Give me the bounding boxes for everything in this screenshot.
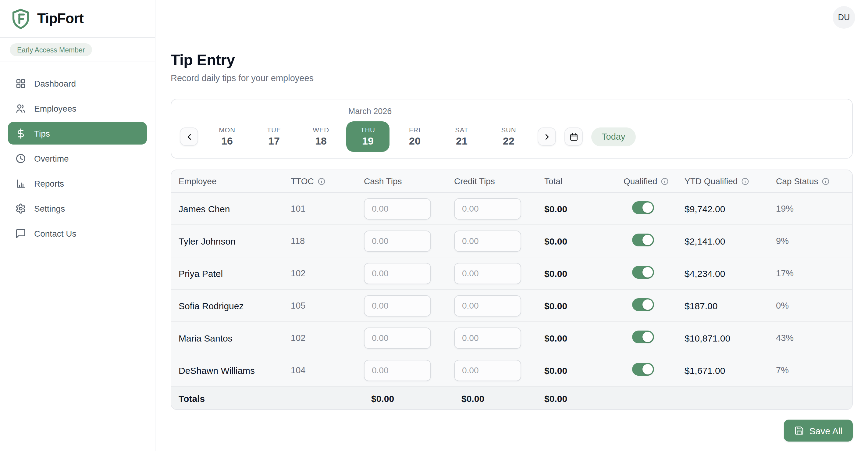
- page-subtitle: Record daily tips for your employees: [171, 73, 853, 83]
- employee-name: James Chen: [171, 203, 283, 214]
- day-button-fri-20[interactable]: FRI 20: [393, 121, 436, 152]
- brand-name: TipFort: [37, 10, 84, 27]
- sidebar-item-label: Dashboard: [34, 78, 76, 88]
- header-employee: Employee: [171, 176, 283, 186]
- sidebar-item-label: Tips: [34, 128, 50, 138]
- employee-name: Tyler Johnson: [171, 236, 283, 246]
- day-button-wed-18[interactable]: WED 18: [299, 121, 343, 152]
- totals-label: Totals: [171, 393, 283, 403]
- ttoc-value: 118: [283, 236, 356, 246]
- contact-icon: [15, 228, 26, 239]
- table-row: Sofia Rodriguez 105 $0.00 $187.00 0%: [171, 290, 852, 322]
- credit-tips-input[interactable]: [454, 230, 521, 251]
- cash-tips-input[interactable]: [364, 263, 431, 284]
- ttoc-value: 104: [283, 365, 356, 375]
- cash-tips-input[interactable]: [364, 295, 431, 316]
- cash-tips-input[interactable]: [364, 360, 431, 381]
- sidebar: TipFort Early Access Member Dashboard Em…: [0, 0, 155, 451]
- day-button-sat-21[interactable]: SAT 21: [440, 121, 484, 152]
- header-credit-tips: Credit Tips: [447, 176, 537, 186]
- sidebar-item-settings[interactable]: Settings: [8, 197, 147, 219]
- page-title: Tip Entry: [171, 51, 853, 69]
- day-number: 22: [503, 135, 515, 147]
- toggle-knob: [643, 364, 653, 374]
- cash-tips-input[interactable]: [364, 198, 431, 219]
- header-ttoc: TTOC: [283, 176, 356, 186]
- prev-week-button[interactable]: [180, 127, 198, 146]
- day-of-week-label: SAT: [455, 126, 468, 133]
- day-button-thu-19[interactable]: THU 19: [346, 121, 390, 152]
- totals-total: $0.00: [537, 393, 616, 403]
- credit-tips-input[interactable]: [454, 327, 521, 349]
- qualified-toggle[interactable]: [632, 298, 654, 311]
- calendar-button[interactable]: [564, 127, 583, 146]
- sidebar-item-dashboard[interactable]: Dashboard: [8, 72, 147, 94]
- reports-icon: [15, 178, 26, 189]
- sidebar-item-reports[interactable]: Reports: [8, 172, 147, 194]
- total-value: $0.00: [537, 300, 616, 311]
- ytd-qualified-value: $2,141.00: [677, 236, 769, 246]
- sidebar-item-employees[interactable]: Employees: [8, 97, 147, 120]
- sidebar-item-tips[interactable]: Tips: [8, 122, 147, 145]
- cap-status-value: 19%: [769, 204, 852, 213]
- credit-tips-input[interactable]: [454, 360, 521, 381]
- save-all-button[interactable]: Save All: [784, 420, 853, 442]
- sidebar-item-label: Contact Us: [34, 229, 76, 238]
- sidebar-item-contact-us[interactable]: Contact Us: [8, 222, 147, 245]
- day-button-sun-22[interactable]: SUN 22: [487, 121, 530, 152]
- table-row: James Chen 101 $0.00 $9,742.00 19%: [171, 193, 852, 225]
- info-icon[interactable]: [741, 177, 749, 185]
- save-all-label: Save All: [809, 425, 842, 436]
- total-value: $0.00: [537, 268, 616, 278]
- day-of-week-label: MON: [219, 126, 235, 133]
- avatar[interactable]: DU: [833, 6, 855, 29]
- ytd-qualified-value: $187.00: [677, 300, 769, 311]
- day-number: 21: [456, 135, 467, 147]
- qualified-toggle[interactable]: [632, 233, 654, 246]
- cap-status-value: 9%: [769, 236, 852, 246]
- credit-tips-input[interactable]: [454, 295, 521, 316]
- sidebar-item-label: Settings: [34, 203, 65, 213]
- header-qualified: Qualified: [616, 176, 677, 186]
- days-row: MON 16 TUE 17 WED 18 THU 19 FRI 20 SAT 2…: [180, 121, 844, 152]
- qualified-toggle[interactable]: [632, 201, 654, 214]
- ttoc-value: 102: [283, 333, 356, 343]
- qualified-toggle[interactable]: [632, 363, 654, 375]
- membership-badge-row: Early Access Member: [0, 38, 155, 62]
- day-button-tue-17[interactable]: TUE 17: [252, 121, 296, 152]
- today-button[interactable]: Today: [591, 127, 636, 146]
- table-row: DeShawn Williams 104 $0.00 $1,671.00 7%: [171, 354, 852, 387]
- main-content: DU Tip Entry Record daily tips for your …: [155, 0, 868, 451]
- day-of-week-label: FRI: [409, 126, 421, 133]
- next-week-button[interactable]: [538, 127, 556, 146]
- qualified-toggle[interactable]: [632, 266, 654, 278]
- employee-name: Priya Patel: [171, 268, 283, 278]
- table-row: Maria Santos 102 $0.00 $10,871.00 43%: [171, 322, 852, 354]
- app-window: TipFort Early Access Member Dashboard Em…: [0, 0, 868, 451]
- day-number: 20: [409, 135, 421, 147]
- info-icon[interactable]: [822, 177, 830, 185]
- cash-tips-input[interactable]: [364, 327, 431, 349]
- toggle-knob: [643, 267, 653, 277]
- ttoc-value: 101: [283, 204, 356, 213]
- month-label: March 2026: [206, 107, 534, 116]
- info-icon[interactable]: [661, 177, 669, 185]
- total-value: $0.00: [537, 365, 616, 375]
- day-button-mon-16[interactable]: MON 16: [206, 121, 249, 152]
- total-value: $0.00: [537, 203, 616, 214]
- credit-tips-input[interactable]: [454, 263, 521, 284]
- sidebar-item-overtime[interactable]: Overtime: [8, 147, 147, 170]
- credit-tips-input[interactable]: [454, 198, 521, 219]
- qualified-toggle[interactable]: [632, 330, 654, 343]
- totals-row: Totals $0.00 $0.00 $0.00: [171, 387, 852, 409]
- header-cash-tips: Cash Tips: [356, 176, 447, 186]
- toggle-knob: [643, 299, 653, 309]
- day-of-week-label: TUE: [267, 126, 281, 133]
- actions-row: Save All: [171, 420, 853, 442]
- settings-icon: [15, 203, 26, 214]
- header-total: Total: [537, 176, 616, 186]
- day-number: 16: [221, 135, 233, 147]
- info-icon[interactable]: [317, 177, 326, 185]
- sidebar-nav: Dashboard Employees Tips Overtime Report…: [0, 62, 155, 254]
- cash-tips-input[interactable]: [364, 230, 431, 251]
